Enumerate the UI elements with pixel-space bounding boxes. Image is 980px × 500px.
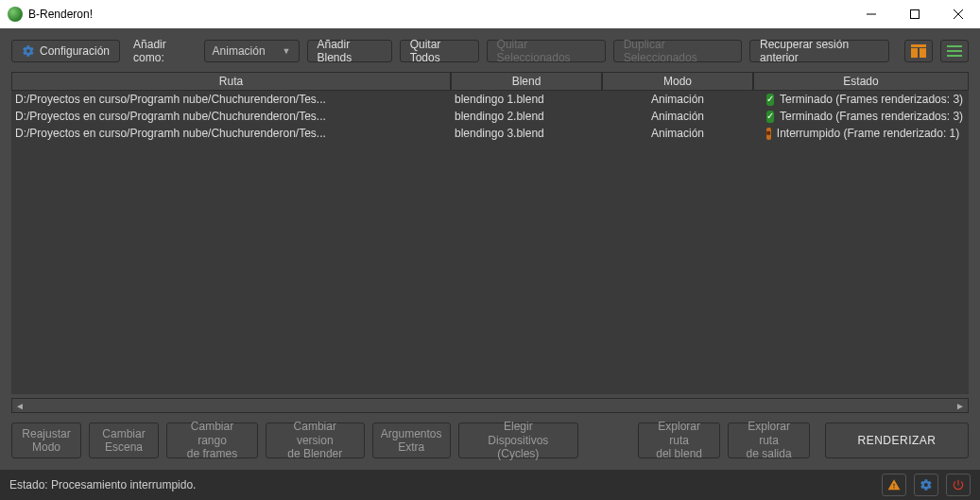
stop-icon bbox=[766, 128, 771, 140]
scroll-track[interactable] bbox=[27, 399, 953, 412]
list-icon bbox=[947, 44, 962, 58]
maximize-button[interactable] bbox=[893, 0, 937, 28]
cell-blend: blendingo 2.blend bbox=[451, 109, 602, 124]
elegir-dispositivos-button[interactable]: Elegir Dispositivos (Cycles) bbox=[458, 422, 578, 458]
cell-estado: Interrumpido (Frame renderizado: 1) bbox=[753, 126, 963, 141]
check-icon bbox=[766, 94, 774, 106]
power-icon bbox=[952, 478, 965, 491]
status-text: Estado: Procesamiento interrumpido. bbox=[9, 478, 874, 491]
app-icon bbox=[8, 7, 23, 22]
svg-rect-8 bbox=[947, 50, 962, 52]
list-body: D:/Proyectos en curso/Programh nube/Chuc… bbox=[11, 91, 969, 394]
top-toolbar: Configuración Añadir como: Animación ▼ A… bbox=[0, 28, 980, 72]
cell-modo: Animación bbox=[602, 92, 753, 107]
minimize-button[interactable] bbox=[850, 0, 893, 28]
add-blends-button[interactable]: Añadir Blends bbox=[307, 40, 392, 62]
status-label: Terminado (Frames renderizados: 3) bbox=[780, 93, 963, 106]
svg-rect-9 bbox=[947, 55, 962, 57]
svg-rect-7 bbox=[947, 45, 962, 47]
check-icon bbox=[766, 111, 774, 123]
table-row[interactable]: D:/Proyectos en curso/Programh nube/Chuc… bbox=[11, 125, 969, 142]
cell-modo: Animación bbox=[602, 126, 753, 141]
add-as-dropdown[interactable]: Animación ▼ bbox=[204, 40, 300, 62]
window-title: B-Renderon! bbox=[28, 8, 850, 21]
svg-rect-5 bbox=[911, 48, 918, 58]
gear-icon bbox=[22, 44, 35, 58]
recover-session-button[interactable]: Recuperar sesión anterior bbox=[749, 40, 889, 62]
scroll-right-icon[interactable]: ► bbox=[953, 401, 968, 411]
config-button[interactable]: Configuración bbox=[11, 40, 120, 62]
col-ruta[interactable]: Ruta bbox=[11, 72, 451, 91]
cambiar-escena-button[interactable]: Cambiar Escena bbox=[89, 422, 159, 458]
cell-estado: Terminado (Frames renderizados: 3) bbox=[753, 109, 963, 124]
status-power-button[interactable] bbox=[946, 474, 971, 496]
view-list-button[interactable] bbox=[940, 40, 969, 62]
table-row[interactable]: D:/Proyectos en curso/Programh nube/Chuc… bbox=[11, 108, 969, 125]
svg-rect-1 bbox=[911, 10, 920, 19]
gear-icon bbox=[920, 478, 933, 491]
cell-ruta: D:/Proyectos en curso/Programh nube/Chuc… bbox=[11, 109, 451, 124]
close-button[interactable] bbox=[937, 0, 980, 28]
cell-blend: blendingo 3.blend bbox=[451, 126, 602, 141]
col-blend[interactable]: Blend bbox=[451, 72, 602, 91]
col-modo[interactable]: Modo bbox=[602, 72, 753, 91]
add-as-label: Añadir como: bbox=[128, 38, 197, 64]
scroll-left-icon[interactable]: ◄ bbox=[12, 401, 27, 411]
remove-selected-button[interactable]: Quitar Seleccionados bbox=[487, 40, 606, 62]
cell-ruta: D:/Proyectos en curso/Programh nube/Chuc… bbox=[11, 126, 451, 141]
explorar-salida-button[interactable]: Explorar ruta de salida bbox=[728, 422, 810, 458]
status-label: Interrumpido (Frame renderizado: 1) bbox=[777, 127, 959, 140]
explorar-blend-button[interactable]: Explorar ruta del blend bbox=[638, 422, 720, 458]
config-label: Configuración bbox=[40, 44, 110, 58]
duplicate-selected-button[interactable]: Duplicar Seleccionados bbox=[613, 40, 742, 62]
svg-rect-4 bbox=[911, 44, 926, 47]
col-estado[interactable]: Estado bbox=[753, 72, 969, 91]
chevron-down-icon: ▼ bbox=[283, 46, 291, 56]
cell-blend: blendingo 1.blend bbox=[451, 92, 602, 107]
status-bar: Estado: Procesamiento interrumpido. bbox=[0, 470, 980, 500]
status-label: Terminado (Frames renderizados: 3) bbox=[780, 110, 963, 123]
status-settings-button[interactable] bbox=[914, 474, 938, 496]
remove-all-button[interactable]: Quitar Todos bbox=[400, 40, 479, 62]
renderizar-button[interactable]: RENDERIZAR bbox=[825, 422, 969, 458]
view-columns-button[interactable] bbox=[904, 40, 933, 62]
app-body: Configuración Añadir como: Animación ▼ A… bbox=[0, 28, 980, 470]
cell-estado: Terminado (Frames renderizados: 3) bbox=[753, 92, 963, 107]
argumentos-extra-button[interactable]: Argumentos Extra bbox=[372, 422, 451, 458]
table-row[interactable]: D:/Proyectos en curso/Programh nube/Chuc… bbox=[11, 91, 969, 108]
bottom-toolbar: Reajustar Modo Cambiar Escena Cambiar ra… bbox=[0, 413, 980, 470]
warning-icon bbox=[887, 478, 901, 491]
horizontal-scrollbar[interactable]: ◄ ► bbox=[11, 398, 969, 413]
columns-icon bbox=[911, 44, 926, 58]
cell-ruta: D:/Proyectos en curso/Programh nube/Chuc… bbox=[11, 92, 451, 107]
svg-rect-6 bbox=[920, 48, 926, 58]
reajustar-modo-button[interactable]: Reajustar Modo bbox=[11, 422, 81, 458]
status-warning-button[interactable] bbox=[882, 474, 906, 496]
cambiar-rango-button[interactable]: Cambiar rango de frames bbox=[166, 422, 258, 458]
cell-modo: Animación bbox=[602, 109, 753, 124]
add-as-value: Animación bbox=[213, 44, 266, 58]
window-titlebar: B-Renderon! bbox=[0, 0, 980, 28]
list-header: Ruta Blend Modo Estado bbox=[11, 72, 969, 91]
cambiar-version-button[interactable]: Cambiar version de Blender bbox=[266, 422, 365, 458]
